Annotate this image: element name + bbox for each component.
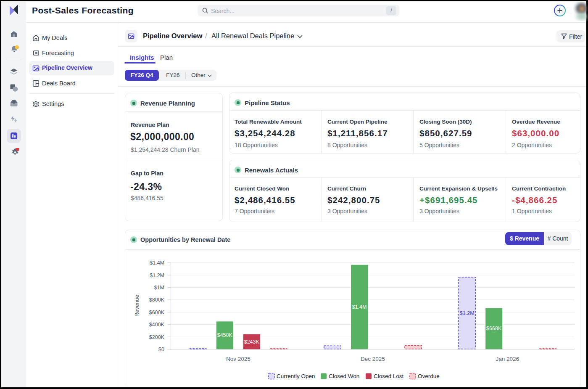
svg-text:$1.4M: $1.4M [150, 260, 164, 266]
svg-text:$1M: $1M [154, 285, 164, 291]
svg-text:Currently Open: Currently Open [277, 373, 315, 379]
svg-text:Jan 2026: Jan 2026 [496, 356, 519, 362]
svg-text:$400K: $400K [149, 322, 165, 328]
svg-text:$1.2M: $1.2M [150, 273, 164, 278]
svg-text:$668K: $668K [486, 325, 502, 331]
svg-text:Closed Won: Closed Won [329, 373, 359, 379]
svg-text:$600K: $600K [149, 310, 165, 315]
svg-text:$1.2M: $1.2M [460, 310, 475, 316]
svg-text:$0: $0 [158, 347, 164, 352]
svg-text:Revenue: Revenue [134, 295, 140, 317]
svg-text:$800K: $800K [149, 297, 165, 303]
svg-text:$1.4M: $1.4M [352, 304, 367, 310]
svg-text:Nov 2025: Nov 2025 [226, 356, 250, 362]
svg-text:Closed Lost: Closed Lost [374, 373, 404, 379]
svg-text:$200K: $200K [149, 334, 165, 340]
svg-text:Overdue: Overdue [418, 373, 440, 379]
svg-text:$450K: $450K [217, 332, 233, 338]
svg-text:Dec 2025: Dec 2025 [361, 356, 385, 362]
svg-text:$243K: $243K [244, 339, 260, 345]
